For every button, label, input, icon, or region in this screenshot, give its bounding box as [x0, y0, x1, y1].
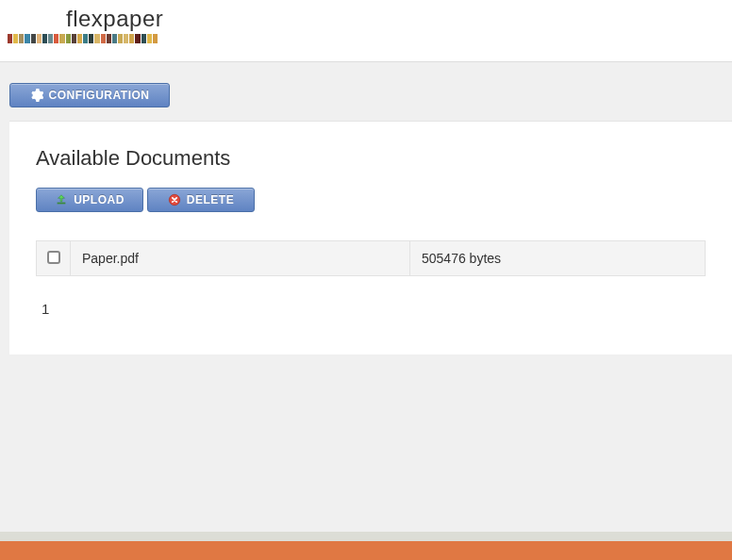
row-checkbox[interactable]: [47, 251, 60, 264]
documents-table: Paper.pdf505476 bytes: [36, 240, 706, 276]
panel-actions: UPLOAD DELETE: [36, 188, 706, 212]
upload-button[interactable]: UPLOAD: [36, 188, 143, 212]
configuration-label: CONFIGURATION: [49, 89, 150, 102]
page-number[interactable]: 1: [42, 301, 49, 317]
brand-stripes: [8, 34, 158, 43]
svg-rect-0: [58, 203, 66, 205]
document-name[interactable]: Paper.pdf: [71, 241, 410, 276]
footer-bar: [0, 532, 732, 560]
brand-name: flexpaper: [66, 6, 732, 32]
delete-button[interactable]: DELETE: [147, 188, 255, 212]
checkbox-cell: [37, 241, 71, 276]
delete-icon: [168, 193, 181, 206]
configuration-button[interactable]: CONFIGURATION: [9, 83, 170, 107]
app-header: flexpaper: [0, 0, 732, 61]
pagination[interactable]: 1: [36, 301, 706, 317]
documents-panel: Available Documents UPLOAD DELETE Paper.…: [9, 121, 732, 354]
delete-label: DELETE: [187, 193, 234, 206]
top-toolbar: CONFIGURATION: [0, 62, 732, 121]
table-row: Paper.pdf505476 bytes: [37, 241, 706, 276]
panel-title: Available Documents: [36, 146, 706, 171]
upload-icon: [55, 193, 68, 206]
document-size: 505476 bytes: [410, 241, 706, 276]
gear-icon: [30, 89, 43, 102]
upload-label: UPLOAD: [74, 193, 125, 206]
